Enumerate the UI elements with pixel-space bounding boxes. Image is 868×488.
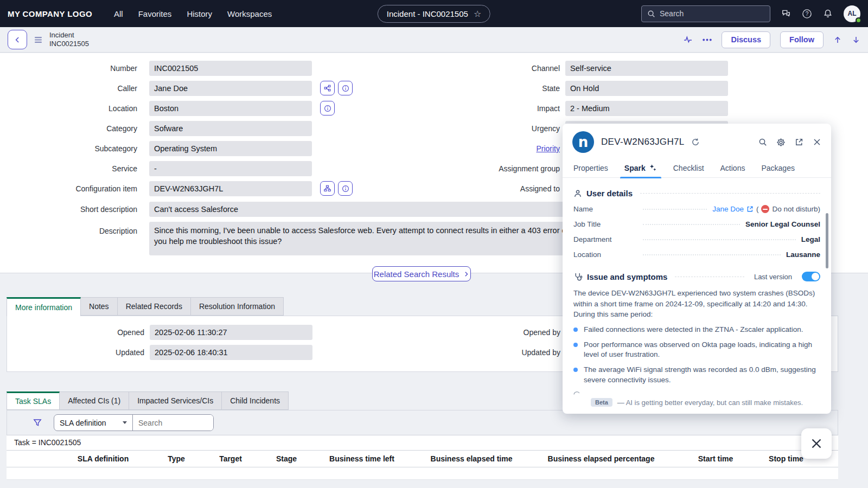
panel-tab-actions[interactable]: Actions (720, 158, 745, 178)
nav-item-workspaces[interactable]: Workspaces (227, 9, 272, 18)
previous-record-icon[interactable] (833, 35, 842, 44)
bullet-text: The average WiFi signal strength was rec… (584, 365, 820, 386)
subcategory-label: Subcategory (0, 141, 137, 156)
assignment-group-label: Assignment group (418, 161, 560, 176)
record-number: INC0021505 (49, 40, 89, 48)
last-version-toggle[interactable] (802, 272, 820, 281)
notifications-bell-icon[interactable] (823, 9, 833, 18)
panel-close-icon[interactable] (813, 138, 821, 146)
panel-search-icon[interactable] (758, 138, 767, 146)
tab-task-slas[interactable]: Task SLAs (7, 391, 60, 410)
col-target[interactable]: Target (219, 451, 242, 467)
number-field[interactable]: INC0021505 (149, 61, 312, 76)
user-details-heading: User details (586, 189, 633, 198)
follow-button[interactable]: Follow (780, 31, 824, 48)
sla-filter-control: SLA definition (54, 414, 214, 431)
tab-affected-cis[interactable]: Affected CIs (1) (60, 391, 129, 410)
tab-related-records[interactable]: Related Records (118, 297, 191, 316)
panel-footer: Beta — AI is getting better everyday, bu… (563, 398, 831, 407)
ci-dependency-tree-icon[interactable] (320, 181, 335, 196)
breadcrumb-condition[interactable]: Task = INC0021505 (7, 435, 838, 451)
record-context-pill[interactable]: Incident - INC0021505 ☆ (378, 5, 490, 23)
panel-tab-properties[interactable]: Properties (573, 158, 608, 178)
panel-settings-gear-icon[interactable] (776, 138, 786, 147)
channel-field[interactable]: Self-service (565, 61, 728, 76)
back-button[interactable] (8, 30, 27, 49)
location-field[interactable]: Boston (149, 101, 312, 116)
configuration-item-field[interactable]: DEV-W2N63JGH7L (149, 181, 312, 196)
panel-tab-checklist[interactable]: Checklist (673, 158, 704, 178)
user-row-name: Name Jane Doe ( Do not disturb) (573, 205, 820, 213)
related-search-results-button[interactable]: Related Search Results (372, 266, 471, 281)
help-icon[interactable]: ? (802, 9, 812, 19)
more-options-icon[interactable] (703, 38, 712, 41)
ci-info-icon[interactable] (338, 181, 353, 196)
connect-chat-icon[interactable] (781, 9, 791, 18)
user-name-link[interactable]: Jane Doe (712, 205, 744, 213)
dotted-leader (643, 224, 740, 225)
col-business-elapsed-time[interactable]: Business elapsed time (431, 451, 513, 467)
opened-field[interactable]: 2025-02-06 11:30:27 (150, 325, 312, 340)
dismiss-close-button[interactable] (801, 428, 832, 459)
nav-item-favorites[interactable]: Favorites (138, 9, 172, 18)
panel-refresh-icon[interactable] (691, 138, 700, 146)
priority-label-link[interactable]: Priority (536, 144, 560, 153)
global-search-input[interactable] (660, 9, 752, 18)
state-field[interactable]: On Hold (565, 81, 728, 96)
tab-resolution-information[interactable]: Resolution Information (191, 297, 284, 316)
col-business-elapsed-percentage[interactable]: Business elapsed percentage (548, 451, 655, 467)
caller-connections-icon[interactable] (320, 81, 335, 95)
updated-label: Updated (7, 345, 144, 360)
location-info-icon[interactable] (320, 101, 335, 115)
tab-impacted-services[interactable]: Impacted Services/CIs (129, 391, 222, 410)
issue-bullet: The average WiFi signal strength was rec… (573, 365, 820, 386)
nav-item-all[interactable]: All (114, 9, 123, 18)
user-row-location: Location Lausanne (573, 251, 820, 259)
nav-item-history[interactable]: History (187, 9, 212, 18)
global-search[interactable] (641, 5, 770, 22)
col-stage[interactable]: Stage (276, 451, 297, 467)
col-type[interactable]: Type (168, 451, 185, 467)
tab-notes[interactable]: Notes (81, 297, 118, 316)
panel-body: User details Name Jane Doe ( Do not dist… (563, 178, 831, 395)
panel-tab-spark[interactable]: Spark (624, 158, 657, 178)
user-location-value: Lausanne (786, 251, 820, 259)
subcategory-field[interactable]: Operating System (149, 141, 312, 156)
panel-scrollbar[interactable] (826, 213, 828, 268)
record-title: Incident INC0021505 (49, 31, 89, 49)
favorite-star-icon[interactable]: ☆ (474, 9, 481, 19)
company-logo[interactable]: MY COMPANY LOGO (8, 9, 92, 18)
tab-child-incidents[interactable]: Child Incidents (222, 391, 289, 410)
sla-definition-select[interactable]: SLA definition (54, 415, 133, 431)
section-divider (640, 193, 820, 194)
col-business-time-left[interactable]: Business time left (329, 451, 394, 467)
category-field[interactable]: Sofware (149, 121, 312, 136)
tab-more-information[interactable]: More information (7, 297, 81, 316)
col-sla-definition[interactable]: SLA definition (78, 451, 129, 467)
open-user-external-icon[interactable] (746, 206, 754, 213)
impact-field[interactable]: 2 - Medium (565, 101, 728, 116)
form-context-menu-icon[interactable] (35, 36, 43, 43)
panel-open-external-icon[interactable] (795, 138, 803, 146)
panel-tab-packages[interactable]: Packages (761, 158, 794, 178)
dotted-leader (643, 254, 781, 255)
next-record-icon[interactable] (852, 35, 860, 44)
filter-funnel-icon[interactable] (33, 419, 42, 427)
col-stop-time[interactable]: Stop time (769, 451, 803, 467)
issue-section-header: Issue and symptoms Last version (573, 272, 820, 281)
user-avatar[interactable]: AL (844, 5, 860, 22)
regenerate-icon[interactable] (573, 391, 820, 395)
col-start-time[interactable]: Start time (698, 451, 733, 467)
channel-label: Channel (418, 61, 560, 76)
sla-search-input[interactable] (133, 415, 213, 431)
do-not-disturb-icon (761, 205, 769, 213)
activity-stream-icon[interactable] (683, 35, 693, 44)
service-label: Service (0, 161, 137, 176)
service-field[interactable]: - (149, 161, 312, 176)
last-version-label: Last version (754, 273, 792, 281)
caller-info-icon[interactable] (338, 81, 353, 95)
bullet-text: Poor performance was observed on Okta pa… (584, 340, 820, 361)
discuss-button[interactable]: Discuss (722, 31, 770, 48)
updated-field[interactable]: 2025-02-06 18:40:31 (150, 345, 312, 360)
caller-field[interactable]: Jane Doe (149, 81, 312, 96)
